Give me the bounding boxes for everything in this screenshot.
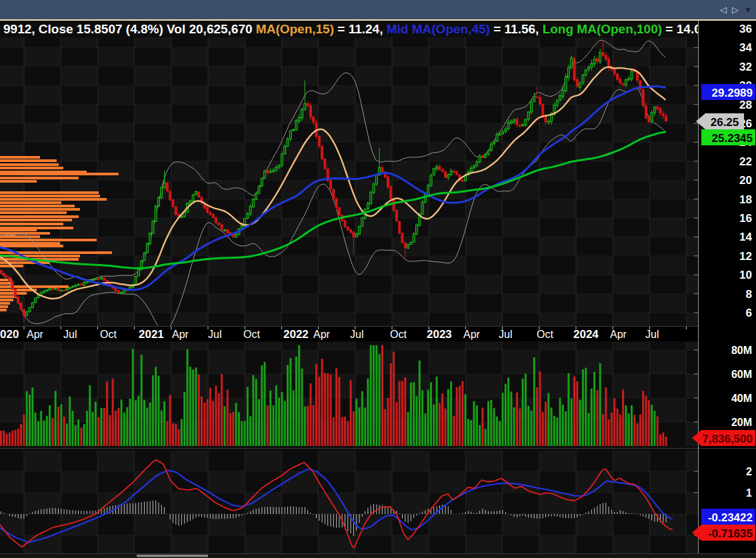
svg-text:Oct: Oct — [390, 329, 407, 340]
scroll-left-icon[interactable]: ◁ — [720, 4, 727, 16]
header-segment: Long MA(Open,100) — [543, 22, 662, 36]
svg-text:2023: 2023 — [427, 328, 452, 341]
svg-text:60M: 60M — [731, 369, 752, 380]
svg-text:Apr: Apr — [313, 329, 331, 340]
svg-text:36: 36 — [739, 23, 752, 35]
dropdown-icon[interactable]: ▼ — [744, 4, 752, 16]
svg-text:25.2345: 25.2345 — [712, 132, 753, 145]
header-segment: = 14.03, — [662, 22, 698, 36]
svg-text:80M: 80M — [731, 345, 752, 356]
window-topbar: ◁ ▷ ▼ — [0, 0, 756, 19]
svg-text:20M: 20M — [731, 417, 752, 428]
quote-header: 9912, Close 15.8507 (4.8%) Vol 20,625,67… — [3, 22, 698, 37]
svg-text:40M: 40M — [731, 393, 752, 404]
svg-text:14: 14 — [739, 231, 752, 243]
svg-text:-0.23422: -0.23422 — [708, 511, 753, 524]
header-segment: 9912, Close 15.8507 (4.8%) Vol 20,625,67… — [3, 22, 256, 36]
price-badge-2: 25.2345 — [701, 129, 755, 145]
svg-text:8: 8 — [746, 288, 752, 301]
svg-text:10: 10 — [739, 269, 752, 281]
price-badge-0: 29.2989 — [701, 84, 755, 100]
svg-text:28: 28 — [739, 99, 752, 111]
svg-text:18: 18 — [739, 193, 752, 206]
topbar-accent-line — [0, 19, 756, 21]
svg-text:Oct: Oct — [537, 329, 553, 340]
svg-text:32: 32 — [739, 61, 752, 73]
scroll-right-icon[interactable]: ▷ — [732, 4, 739, 16]
svg-text:Jul: Jul — [499, 329, 512, 340]
svg-text:2022: 2022 — [283, 328, 309, 341]
header-segment: MA(Open,15) — [256, 22, 334, 36]
header-segment: = 11.56, — [490, 22, 543, 36]
svg-text:2021: 2021 — [139, 328, 164, 341]
svg-text:22: 22 — [739, 155, 752, 168]
svg-text:7,836,500: 7,836,500 — [702, 433, 753, 445]
svg-text:20: 20 — [739, 174, 752, 187]
header-segment: = 11.24, — [334, 22, 387, 36]
svg-text:Jul: Jul — [645, 329, 659, 340]
macd-badge-0: -0.23422 — [701, 509, 755, 525]
chart-canvas[interactable]: 020AprJulOct2021AprJulOct2022AprJulOct20… — [0, 0, 756, 558]
svg-text:Apr: Apr — [463, 329, 481, 340]
svg-text:Jul: Jul — [350, 329, 363, 340]
svg-text:Apr: Apr — [610, 329, 627, 340]
svg-text:Oct: Oct — [243, 329, 260, 340]
horizontal-scrollbar[interactable] — [0, 554, 756, 558]
volume-badge: 7,836,500 — [692, 430, 755, 446]
scrollbar-thumb[interactable] — [137, 555, 208, 557]
svg-text:Apr: Apr — [172, 329, 189, 340]
svg-text:Oct: Oct — [100, 329, 117, 340]
price-badge-1: 26.25 — [696, 113, 744, 129]
header-segment: Mid MA(Open,45) — [387, 22, 490, 36]
svg-text:34: 34 — [739, 41, 752, 54]
svg-text:2: 2 — [746, 466, 752, 477]
svg-text:2024: 2024 — [573, 328, 599, 341]
svg-text:6: 6 — [746, 307, 752, 319]
chart-nav-arrows: ◁ ▷ ▼ — [720, 3, 752, 17]
svg-text:Jul: Jul — [208, 329, 221, 340]
svg-text:Jul: Jul — [63, 329, 77, 340]
svg-text:16: 16 — [739, 212, 752, 225]
svg-text:020: 020 — [0, 328, 19, 341]
svg-text:26.25: 26.25 — [711, 116, 739, 129]
svg-text:Apr: Apr — [27, 329, 44, 340]
svg-text:29.2989: 29.2989 — [712, 87, 753, 99]
svg-text:1: 1 — [746, 487, 752, 499]
svg-text:12: 12 — [739, 250, 752, 263]
macd-badge-1: -0.71635 — [692, 525, 755, 541]
svg-text:-0.71635: -0.71635 — [708, 527, 753, 540]
